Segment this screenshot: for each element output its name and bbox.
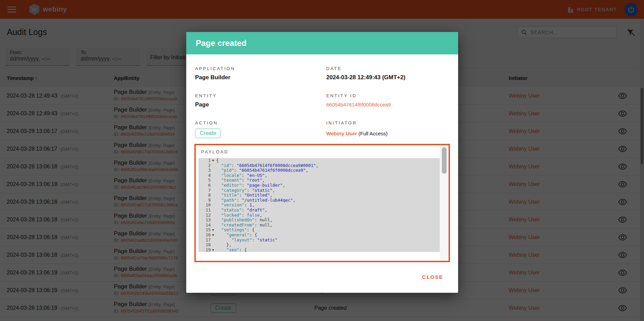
line-number: 7 xyxy=(198,188,211,193)
token-a: false xyxy=(247,213,260,218)
token-w xyxy=(216,213,221,218)
token-w xyxy=(216,207,221,213)
entity-value: Page xyxy=(195,101,209,108)
code-line: 4 "locale": "en-US", xyxy=(198,173,446,178)
fold-spacer xyxy=(211,163,215,168)
token-k: "category" xyxy=(221,188,247,193)
code-line: 17 "layout": "static" xyxy=(198,238,446,243)
token-k: "seo" xyxy=(226,247,239,252)
token-p: : xyxy=(242,173,247,178)
token-p: , xyxy=(262,178,265,183)
code-content: "layout": "static" xyxy=(215,238,278,243)
code-line: 9 "path": "/untitled-lub44qec", xyxy=(198,198,446,203)
fold-arrow-icon[interactable]: ▼ xyxy=(211,158,215,163)
token-p: , xyxy=(283,183,285,188)
token-k: "status" xyxy=(221,207,242,213)
token-p: , xyxy=(273,188,275,193)
line-number: 8 xyxy=(198,193,211,198)
fold-spacer xyxy=(211,168,215,173)
token-s: "root" xyxy=(247,178,262,183)
line-number: 17 xyxy=(198,238,211,243)
line-number: 10 xyxy=(198,203,211,208)
token-w xyxy=(216,227,221,232)
token-w xyxy=(216,237,231,242)
token-w xyxy=(216,232,226,237)
line-number: 16 xyxy=(198,233,211,238)
token-s: "static" xyxy=(257,237,277,242)
token-w xyxy=(216,222,221,227)
editor-scrollbar[interactable] xyxy=(440,145,449,261)
token-k: "createdFrom" xyxy=(221,222,255,227)
entity-id-link[interactable]: 66054b47614f6f0008dccea9 xyxy=(326,102,391,107)
token-p: : xyxy=(252,237,257,242)
token-p: , xyxy=(293,198,296,203)
code-content: "publishedOn": null, xyxy=(215,218,273,223)
token-p: : xyxy=(234,168,239,173)
fold-spacer xyxy=(211,173,215,178)
token-p: , xyxy=(265,207,267,213)
token-p: , xyxy=(306,168,308,173)
application-label: APPLICATION xyxy=(195,66,235,71)
line-number: 19 xyxy=(198,248,211,252)
fold-spacer xyxy=(211,213,215,218)
token-k: "tenant" xyxy=(221,178,242,183)
fold-arrow-icon[interactable]: ▼ xyxy=(211,233,215,238)
token-w xyxy=(216,183,221,188)
payload-section: PAYLOAD 1▼{2 "id": "66054b47614f6f0008dc… xyxy=(194,144,450,262)
fold-spacer xyxy=(211,198,215,203)
token-w xyxy=(216,247,226,252)
code-line: 13 "publishedOn": null, xyxy=(198,218,446,223)
fold-spacer xyxy=(211,203,215,208)
code-content: "tenant": "root", xyxy=(215,178,265,183)
dialog-header: Page created xyxy=(186,32,458,54)
token-p: : xyxy=(242,183,247,188)
line-number: 6 xyxy=(198,183,211,188)
application-value: Page Builder xyxy=(195,74,230,81)
token-w xyxy=(216,163,221,168)
fold-arrow-icon[interactable]: ▼ xyxy=(211,248,215,252)
token-w xyxy=(216,188,221,193)
fold-arrow-icon[interactable]: ▼ xyxy=(211,227,215,233)
initiator-label: INITIATOR xyxy=(326,120,357,125)
code-content: "settings": { xyxy=(215,227,255,233)
token-w xyxy=(216,242,226,247)
code-content: "id": "66054b47614f6f0008dccea9#0001", xyxy=(215,163,318,168)
code-content: "locked": false, xyxy=(215,213,262,218)
editor-scrollbar-thumb[interactable] xyxy=(442,147,447,174)
token-p: }, xyxy=(226,242,231,247)
code-content: "seo": { xyxy=(215,248,247,252)
code-line: 1▼{ xyxy=(198,158,446,163)
line-number: 1 xyxy=(198,158,211,163)
date-value: 2024-03-28 12:49:43 (GMT+2) xyxy=(326,74,405,81)
token-nl: null xyxy=(260,217,270,222)
code-content: { xyxy=(215,158,219,163)
token-p: , xyxy=(270,217,273,222)
close-button[interactable]: CLOSE xyxy=(417,271,448,283)
line-number: 2 xyxy=(198,163,211,168)
token-p: , xyxy=(316,163,319,168)
line-number: 11 xyxy=(198,208,211,213)
token-k: "id" xyxy=(221,163,231,168)
token-s: "draft" xyxy=(247,207,265,213)
initiator-access: (Full Access) xyxy=(357,131,388,136)
token-k: "version" xyxy=(221,202,244,207)
fold-spacer xyxy=(211,193,215,198)
token-p: : { xyxy=(247,227,255,232)
code-line: 14 "createdFrom": null, xyxy=(198,223,446,228)
line-number: 13 xyxy=(198,218,211,223)
fold-spacer xyxy=(211,223,215,228)
initiator-name-link[interactable]: Webiny User xyxy=(326,131,357,136)
token-s: "66054b47614f6f0008dccea9#0001" xyxy=(237,163,316,168)
payload-code-editor[interactable]: 1▼{2 "id": "66054b47614f6f0008dccea9#000… xyxy=(198,158,446,252)
token-k: "path" xyxy=(221,198,237,203)
line-number: 3 xyxy=(198,168,211,173)
token-p: : xyxy=(244,202,249,207)
token-s: "66054b47614f6f0008dccea9" xyxy=(239,168,306,173)
token-p: : xyxy=(239,192,244,198)
code-content: "createdFrom": null, xyxy=(215,223,273,228)
fold-spacer xyxy=(211,208,215,213)
token-s: "/untitled-lub44qec" xyxy=(242,198,293,203)
code-line: 15▼ "settings": { xyxy=(198,227,446,233)
line-number: 14 xyxy=(198,223,211,228)
token-p: : xyxy=(242,213,247,218)
